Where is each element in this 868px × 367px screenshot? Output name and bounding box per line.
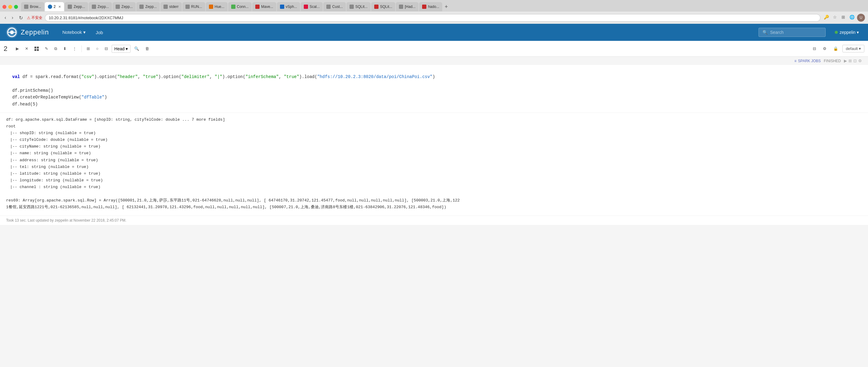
bookmark-icon[interactable]: ☆ bbox=[831, 14, 838, 21]
gear-icon-btn[interactable]: ⚙ bbox=[820, 44, 829, 53]
head-dropdown-arrow: ▾ bbox=[126, 46, 128, 51]
tab-close-button[interactable]: ✕ bbox=[58, 5, 61, 9]
spark-gear-icon[interactable]: ⚙ bbox=[858, 59, 862, 63]
tab-zepp1[interactable]: Zepp... bbox=[65, 2, 88, 11]
tab-had2[interactable]: hado... bbox=[419, 2, 442, 11]
output-blank bbox=[6, 191, 862, 197]
search-input[interactable] bbox=[770, 30, 816, 35]
spark-list-icon[interactable]: ⊡ bbox=[854, 59, 857, 63]
tab-favicon bbox=[304, 5, 308, 9]
extension-icon[interactable]: ⊞ bbox=[840, 14, 847, 21]
traffic-light-yellow[interactable] bbox=[8, 5, 12, 9]
move-button[interactable]: ⋮ bbox=[70, 44, 79, 53]
security-label: 不安全 bbox=[31, 15, 42, 21]
nav-notebook[interactable]: Notebook ▾ bbox=[58, 27, 90, 37]
avatar[interactable]: U bbox=[857, 14, 865, 22]
tab-hue[interactable]: Hue... bbox=[206, 2, 227, 11]
search-button[interactable]: 🔍 bbox=[132, 44, 142, 53]
default-label: default ▾ bbox=[846, 46, 861, 51]
tab-zepp2[interactable]: Zepp... bbox=[89, 2, 112, 11]
svg-rect-5 bbox=[34, 49, 36, 51]
tab-favicon bbox=[24, 5, 28, 9]
forward-button[interactable]: › bbox=[10, 14, 14, 21]
settings-icon bbox=[34, 47, 39, 51]
tab-label: SQLit... bbox=[355, 5, 368, 9]
tab-sqlit2[interactable]: SQLit... bbox=[371, 2, 395, 11]
spark-jobs-text: SPARK JOBS bbox=[798, 59, 821, 63]
traffic-lights bbox=[2, 5, 18, 9]
new-tab-button[interactable]: + bbox=[443, 4, 450, 10]
run-button[interactable]: ▶ bbox=[13, 44, 21, 53]
tab-run[interactable]: RUN... bbox=[182, 2, 205, 11]
svg-rect-3 bbox=[34, 47, 36, 48]
tab-had1[interactable]: [Had... bbox=[396, 2, 418, 11]
tab-sqlit1[interactable]: SQLit... bbox=[346, 2, 371, 11]
clear-output-button[interactable]: ○ bbox=[94, 44, 101, 53]
tab-zeppelin-active[interactable]: 2 ✕ bbox=[45, 2, 64, 11]
traffic-light-red[interactable] bbox=[2, 5, 6, 9]
translate-icon[interactable]: 🌐 bbox=[848, 14, 855, 21]
output-area: df: org.apache.spark.sql.DataFrame = [sh… bbox=[0, 112, 868, 215]
delete-button[interactable]: 🗑 bbox=[143, 44, 152, 53]
export-button[interactable]: ⬇ bbox=[61, 44, 69, 53]
toolbar-separator-1 bbox=[82, 45, 82, 52]
traffic-light-green[interactable] bbox=[14, 5, 18, 9]
tab-label: Brow... bbox=[30, 5, 41, 9]
key-icon[interactable]: 🔑 bbox=[823, 14, 830, 21]
tab-favicon bbox=[116, 5, 120, 9]
schema-field-6: |-- tel: string (nullable = true) bbox=[6, 164, 862, 170]
tab-conn[interactable]: Conn... bbox=[228, 2, 252, 11]
stop-button[interactable]: ✕ bbox=[23, 44, 31, 53]
tab-cust[interactable]: Cust... bbox=[323, 2, 346, 11]
tab-favicon bbox=[92, 5, 96, 9]
tab-scala[interactable]: Scal... bbox=[301, 2, 323, 11]
tab-favicon bbox=[185, 5, 190, 9]
spark-jobs-label: ≡ SPARK JOBS bbox=[795, 59, 821, 63]
schema-field-1: |-- shopID: string (nullable = true) bbox=[6, 130, 862, 137]
width-button[interactable]: ⊟ bbox=[102, 44, 111, 53]
spark-jobs-icon: ≡ bbox=[795, 59, 797, 63]
tab-favicon bbox=[68, 5, 72, 9]
user-status-dot bbox=[835, 31, 838, 34]
spark-jobs-header: ≡ SPARK JOBS FINISHED ▶ ⊞ ⊡ ⚙ bbox=[0, 57, 868, 65]
user-menu[interactable]: zeppelin ▾ bbox=[832, 28, 862, 37]
tab-zepp3[interactable]: Zepp... bbox=[113, 2, 136, 11]
head-dropdown[interactable]: Head ▾ bbox=[112, 45, 130, 53]
tab-label: Mave... bbox=[261, 5, 273, 9]
tab-favicon bbox=[349, 5, 354, 9]
tab-zepp4[interactable]: Zepp... bbox=[136, 2, 159, 11]
code-line-blank bbox=[12, 80, 856, 87]
reload-button[interactable]: ↻ bbox=[18, 14, 24, 22]
url-bar[interactable]: 10.20.2.31:8181/#/notebook/2DXXC7MMJ bbox=[45, 14, 820, 22]
address-bar: ‹ › ↻ ⚠ 不安全 10.20.2.31:8181/#/notebook/2… bbox=[0, 11, 868, 24]
spark-play-icon[interactable]: ▶ bbox=[844, 59, 847, 63]
tab-browser[interactable]: Brow... bbox=[21, 2, 44, 11]
tab-favicon bbox=[255, 5, 259, 9]
browser-chrome: Brow... 2 ✕ Zepp... Zepp... Zepp... Z bbox=[0, 0, 868, 24]
paragraph-settings-button[interactable]: ⊞ bbox=[84, 44, 92, 53]
default-dropdown[interactable]: default ▾ bbox=[842, 45, 864, 53]
tab-vsphere[interactable]: vSph... bbox=[277, 2, 300, 11]
tab-stderr[interactable]: stderr bbox=[160, 2, 182, 11]
tab-label: stderr bbox=[169, 5, 179, 9]
edit-button[interactable]: ✎ bbox=[42, 44, 51, 53]
app-header: Zeppelin Notebook ▾ Job 🔍 zeppelin ▾ bbox=[0, 24, 868, 41]
tabs-container: Brow... 2 ✕ Zepp... Zepp... Zepp... Z bbox=[21, 2, 866, 11]
tab-label: Scal... bbox=[310, 5, 320, 9]
back-button[interactable]: ‹ bbox=[3, 14, 8, 21]
clone-button[interactable]: ⧉ bbox=[52, 44, 60, 53]
tab-favicon bbox=[163, 5, 168, 9]
status-bar: Took 13 sec. Last updated by zeppelin at… bbox=[0, 215, 868, 225]
lock-button[interactable]: 🔒 bbox=[831, 44, 841, 53]
search-icon: 🔍 bbox=[763, 30, 768, 35]
tab-maven[interactable]: Mave... bbox=[252, 2, 276, 11]
search-box[interactable]: 🔍 bbox=[758, 28, 826, 37]
tab-label: Zepp... bbox=[121, 5, 133, 9]
sidebar-toggle[interactable]: ⊟ bbox=[810, 44, 818, 53]
settings-button[interactable] bbox=[32, 45, 41, 53]
zeppelin-logo-svg bbox=[7, 27, 17, 37]
tab-label: RUN... bbox=[191, 5, 202, 9]
code-line-1: val df = spark.read.format("csv").option… bbox=[12, 73, 856, 80]
spark-grid-icon[interactable]: ⊞ bbox=[848, 59, 852, 63]
nav-job[interactable]: Job bbox=[92, 27, 107, 37]
